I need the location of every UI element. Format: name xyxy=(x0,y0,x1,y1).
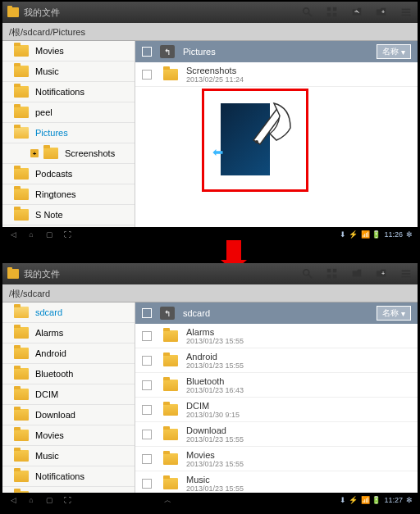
system-navbar: ◁ ⌂ ▢ ⛶ ⬇ ⚡ 📶 🔋 11:26 ✻ xyxy=(2,227,418,242)
tree-item-label: Music xyxy=(35,451,59,461)
tree-item[interactable]: Movies xyxy=(2,425,135,446)
file-row[interactable]: Android2013/01/23 15:55 xyxy=(135,348,418,373)
tree-item[interactable]: Ringtones xyxy=(2,184,135,205)
content-title: sdcard xyxy=(183,308,210,318)
select-all-checkbox[interactable] xyxy=(142,47,152,57)
tree-item[interactable]: Podcasts xyxy=(2,164,135,184)
tree-item[interactable]: Pictures xyxy=(2,123,135,143)
folder-icon xyxy=(14,86,29,98)
folder-icon xyxy=(163,453,178,465)
search-icon[interactable] xyxy=(301,6,314,19)
folder-icon xyxy=(163,478,178,489)
file-row[interactable]: Screenshots2013/02/25 11:24 xyxy=(135,62,418,87)
folder-icon xyxy=(14,168,29,180)
tree-item[interactable]: Android xyxy=(2,343,135,364)
recent-icon[interactable]: ▢ xyxy=(43,495,55,505)
back-icon[interactable]: ◁ xyxy=(7,230,19,239)
grid-icon[interactable] xyxy=(326,6,339,19)
menu-icon[interactable] xyxy=(399,267,413,280)
chevron-down-icon: ▾ xyxy=(401,48,405,57)
breadcrumb[interactable]: /根/sdcard/Pictures xyxy=(2,23,418,41)
tree-item-label: Movies xyxy=(35,430,64,440)
row-checkbox[interactable] xyxy=(142,380,152,390)
svg-rect-19 xyxy=(402,271,411,272)
file-row[interactable]: DCIM2013/01/30 9:15 xyxy=(135,398,418,422)
back-icon[interactable]: ◁ xyxy=(7,495,19,505)
search-icon[interactable] xyxy=(301,267,314,280)
file-row[interactable]: Movies2013/01/23 15:55 xyxy=(135,447,418,471)
share-icon[interactable] xyxy=(350,267,363,280)
svg-point-11 xyxy=(255,140,258,143)
svg-rect-3 xyxy=(333,7,336,11)
svg-point-12 xyxy=(304,270,309,275)
tree-item[interactable]: peel xyxy=(2,102,135,123)
select-all-checkbox[interactable] xyxy=(142,308,152,318)
tree-item[interactable]: DCIM xyxy=(2,384,135,405)
svg-rect-20 xyxy=(402,273,411,275)
row-checkbox[interactable] xyxy=(142,454,152,464)
home-icon[interactable]: ⌂ xyxy=(25,230,37,239)
tree-item[interactable]: +Screenshots xyxy=(2,143,135,164)
expand-icon[interactable]: ︿ xyxy=(164,495,171,506)
breadcrumb[interactable]: /根/sdcard xyxy=(2,284,418,302)
row-checkbox[interactable] xyxy=(142,331,152,341)
tree-item[interactable]: Alarms xyxy=(2,323,135,343)
row-name: Movies xyxy=(186,450,244,460)
svg-text:+: + xyxy=(381,9,385,15)
folder-icon xyxy=(14,409,29,421)
svg-rect-2 xyxy=(327,7,331,11)
row-checkbox[interactable] xyxy=(142,356,152,366)
folder-icon xyxy=(14,45,29,57)
tree-item[interactable]: Music xyxy=(2,446,135,466)
status-icons: ⬇ ⚡ xyxy=(340,230,358,239)
share-icon[interactable] xyxy=(350,6,363,19)
svg-point-0 xyxy=(304,8,309,14)
content-header: ↰ Pictures 名称▾ xyxy=(135,41,418,62)
folder-icon xyxy=(14,471,29,482)
row-name: Screenshots xyxy=(186,66,244,75)
folder-icon xyxy=(14,389,29,400)
content-area: ↰ sdcard 名称▾ Alarms2013/01/23 15:55Andro… xyxy=(135,302,418,507)
expand-icon[interactable]: + xyxy=(30,149,39,157)
svg-rect-4 xyxy=(327,13,331,16)
file-row[interactable]: Download2013/01/23 15:55 xyxy=(135,422,418,447)
folder-icon xyxy=(163,429,178,440)
tree-item[interactable]: sdcard xyxy=(2,302,135,323)
folder-icon xyxy=(14,368,29,380)
tree-item[interactable]: Music xyxy=(2,61,135,82)
row-checkbox[interactable] xyxy=(142,405,152,415)
new-folder-icon[interactable]: + xyxy=(375,6,388,19)
folder-tree: sdcardAlarmsAndroidBluetoothDCIMDownload… xyxy=(2,302,135,507)
up-icon[interactable]: ↰ xyxy=(160,45,175,58)
file-manager-panel-after: 我的文件 + /根/sdcard sdcardAlarmsAndroidBlue… xyxy=(2,263,418,507)
sort-button[interactable]: 名称▾ xyxy=(377,44,411,59)
grid-icon[interactable] xyxy=(326,267,339,280)
row-date: 2013/01/23 16:43 xyxy=(186,386,244,394)
up-icon[interactable]: ↰ xyxy=(160,307,175,320)
tree-item-label: Download xyxy=(35,410,75,420)
svg-text:+: + xyxy=(381,271,385,276)
file-row[interactable]: Bluetooth2013/01/23 16:43 xyxy=(135,373,418,398)
svg-rect-17 xyxy=(333,275,336,278)
menu-icon[interactable] xyxy=(399,6,413,19)
recent-icon[interactable]: ▢ xyxy=(43,230,55,239)
row-checkbox[interactable] xyxy=(142,479,152,489)
row-checkbox[interactable] xyxy=(142,430,152,439)
tree-item[interactable]: Download xyxy=(2,405,135,425)
screenshot-icon[interactable]: ⛶ xyxy=(62,495,73,505)
tree-item[interactable]: Notifications xyxy=(2,82,135,102)
sort-button[interactable]: 名称▾ xyxy=(377,306,411,321)
titlebar: 我的文件 + xyxy=(2,2,418,23)
tree-item[interactable]: Bluetooth xyxy=(2,364,135,384)
screenshot-icon[interactable]: ⛶ xyxy=(62,230,73,239)
tree-item[interactable]: Movies xyxy=(2,41,135,61)
new-folder-icon[interactable]: + xyxy=(375,267,388,280)
home-icon[interactable]: ⌂ xyxy=(25,495,37,505)
folder-icon xyxy=(14,327,29,339)
file-row[interactable]: Alarms2013/01/23 15:55 xyxy=(135,324,418,348)
tree-item[interactable]: Notifications xyxy=(2,466,135,487)
tree-item-label: Notifications xyxy=(35,87,84,97)
tree-item[interactable]: S Note xyxy=(2,205,135,225)
app-icon xyxy=(7,269,19,279)
row-checkbox[interactable] xyxy=(142,70,152,80)
